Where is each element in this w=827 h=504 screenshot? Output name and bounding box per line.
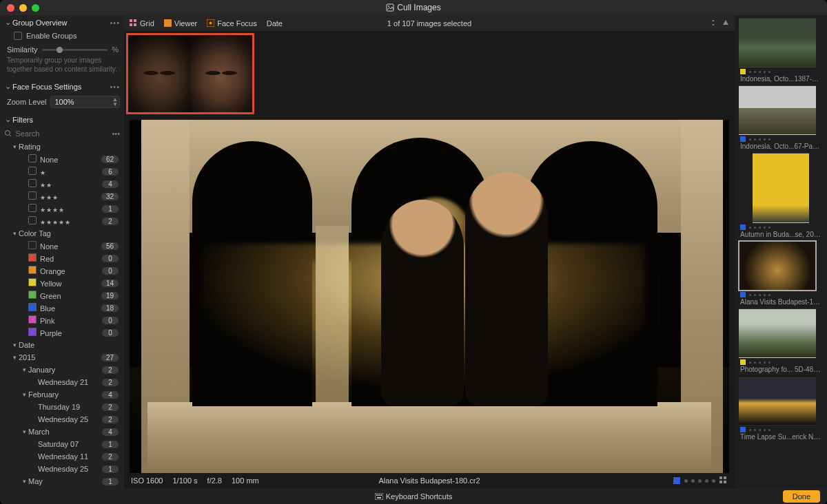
window-title: Cull Images (0, 3, 827, 12)
filmstrip-thumb[interactable]: Autumn in Buda...se, 2017-8.dng (739, 153, 823, 238)
count-pill: 2 (102, 416, 119, 423)
face-thumb[interactable] (128, 35, 190, 112)
more-icon[interactable]: ••• (112, 129, 120, 138)
section-face-focus[interactable]: ⌄ Face Focus Settings ••• (0, 79, 124, 94)
filter-row[interactable]: ★★★★1 (0, 202, 124, 215)
enable-groups-row[interactable]: Enable Groups (0, 30, 124, 44)
filter-row[interactable]: ▾March4 (0, 426, 124, 438)
section-label: Face Focus Settings (12, 83, 81, 91)
filter-row[interactable]: ▾January2 (0, 364, 124, 376)
face-focus-button[interactable]: Face Focus (207, 19, 256, 28)
filter-row[interactable]: Wednesday 212 (0, 376, 124, 388)
count-pill: 0 (102, 329, 119, 337)
filmstrip-thumb[interactable]: Photography fo... 5D-482-2.cr2 (739, 308, 823, 373)
filter-row[interactable]: None56 (0, 240, 124, 252)
more-icon[interactable]: ••• (110, 83, 120, 91)
chevron-down-icon: ⌄ (4, 82, 11, 91)
filter-label: Green (28, 291, 101, 300)
filmstrip-thumb[interactable]: Time Lapse Su...erick NEXT-1.cr2 (739, 376, 823, 441)
svg-rect-5 (134, 19, 136, 22)
filter-row[interactable]: Wednesday 112 (0, 450, 124, 463)
count-pill: 1 (102, 441, 119, 448)
sort-controls[interactable] (711, 19, 729, 28)
filter-label: January (28, 366, 102, 374)
filter-row[interactable]: Wednesday 252 (0, 413, 124, 426)
filter-row[interactable]: ▾February4 (0, 388, 124, 401)
count-pill: 4 (102, 391, 119, 399)
grid-view-button[interactable]: Grid (130, 19, 154, 28)
filter-row[interactable]: ★★4 (0, 178, 124, 190)
count-pill: 2 (102, 403, 119, 411)
stepper-icon[interactable]: ▲▼ (112, 97, 118, 107)
face-thumb[interactable] (190, 35, 252, 112)
keyboard-shortcuts-button[interactable]: Keyboard Shortcuts (0, 492, 827, 501)
filename-label: Alana Visits Budapest-180.cr2 (124, 476, 735, 485)
filter-label: February (28, 390, 102, 399)
filter-row[interactable]: None62 (0, 153, 124, 165)
filmstrip-thumb[interactable]: Indonesia, Octo...67-Pano-2.dng (739, 85, 823, 150)
filter-row[interactable]: Thursday 192 (0, 401, 124, 413)
svg-rect-8 (164, 19, 172, 27)
svg-rect-6 (130, 23, 132, 26)
filmstrip-thumb[interactable]: Alana Visits Budapest-180.cr2 (739, 241, 823, 306)
filter-label: Date (19, 341, 120, 349)
more-icon[interactable]: ••• (110, 19, 120, 27)
svg-rect-17 (378, 494, 380, 496)
date-button[interactable]: Date (267, 19, 283, 28)
filter-row[interactable]: ▾Rating (0, 140, 124, 153)
zoom-level-field[interactable]: 100% ▲▼ (50, 96, 120, 108)
disclosure-icon: ▾ (21, 478, 28, 485)
search-row[interactable]: ••• (0, 127, 124, 140)
image-viewer[interactable] (124, 114, 735, 473)
color-tag-icon (740, 136, 746, 142)
filter-label: Wednesday 11 (38, 452, 102, 461)
checkbox-icon[interactable] (14, 32, 22, 40)
disclosure-icon: ▾ (11, 342, 18, 348)
section-group-overview[interactable]: ⌄ Group Overview ••• (0, 15, 124, 30)
filter-row[interactable]: Pink0 (0, 314, 124, 326)
chevron-down-icon: ⌄ (4, 18, 11, 27)
filter-row[interactable]: Wednesday 251 (0, 463, 124, 475)
filter-row[interactable]: ★6 (0, 165, 124, 178)
sort-updown-icon (711, 19, 718, 26)
filter-row[interactable]: Purple0 (0, 326, 124, 339)
section-filters[interactable]: ⌄ Filters (0, 112, 124, 127)
filter-row[interactable]: Saturday 071 (0, 438, 124, 450)
rating-dots (749, 429, 770, 431)
color-tag-icon (740, 427, 746, 432)
count-pill: 1 (102, 465, 119, 473)
svg-line-3 (10, 135, 11, 137)
filter-label: ★★★ (28, 191, 101, 201)
similarity-slider[interactable] (42, 49, 108, 51)
filter-row[interactable]: Yellow14 (0, 277, 124, 289)
filter-row[interactable]: ★★★★★2 (0, 215, 124, 227)
search-input[interactable] (14, 129, 112, 138)
filter-row[interactable]: ▾May1 (0, 475, 124, 487)
filter-row[interactable]: ▾201527 (0, 351, 124, 364)
filter-row[interactable]: Orange0 (0, 264, 124, 277)
disclosure-icon: ▾ (21, 391, 28, 398)
count-pill: 6 (102, 168, 119, 176)
filmstrip[interactable]: Indonesia, Octo...1387-Pano.dngIndonesia… (735, 15, 827, 489)
filter-row[interactable]: Green19 (0, 289, 124, 302)
rating-dots (749, 361, 770, 364)
view-toolbar: Grid Viewer Face Focus Date 1 of 107 ima… (124, 15, 735, 31)
rating-dots (749, 138, 770, 140)
filter-row[interactable]: ▾Date (0, 339, 124, 351)
button-label: Grid (140, 19, 154, 28)
svg-rect-16 (376, 494, 378, 496)
similarity-help: Temporarily group your images together b… (0, 55, 124, 79)
count-pill: 18 (101, 304, 119, 312)
svg-rect-15 (375, 493, 383, 500)
filter-row[interactable]: Blue18 (0, 302, 124, 314)
face-focus-icon (207, 19, 214, 27)
viewer-button[interactable]: Viewer (164, 19, 197, 28)
thumb-filename: Autumn in Buda...se, 2017-8.dng (739, 230, 823, 238)
filter-row[interactable]: ▾Color Tag (0, 227, 124, 240)
count-pill: 0 (102, 267, 119, 275)
disclosure-icon: ▾ (11, 143, 18, 150)
filmstrip-thumb[interactable]: Indonesia, Octo...1387-Pano.dng (739, 18, 823, 83)
disclosure-icon: ▾ (11, 230, 18, 237)
filter-row[interactable]: ★★★32 (0, 190, 124, 202)
filter-row[interactable]: Red0 (0, 252, 124, 264)
